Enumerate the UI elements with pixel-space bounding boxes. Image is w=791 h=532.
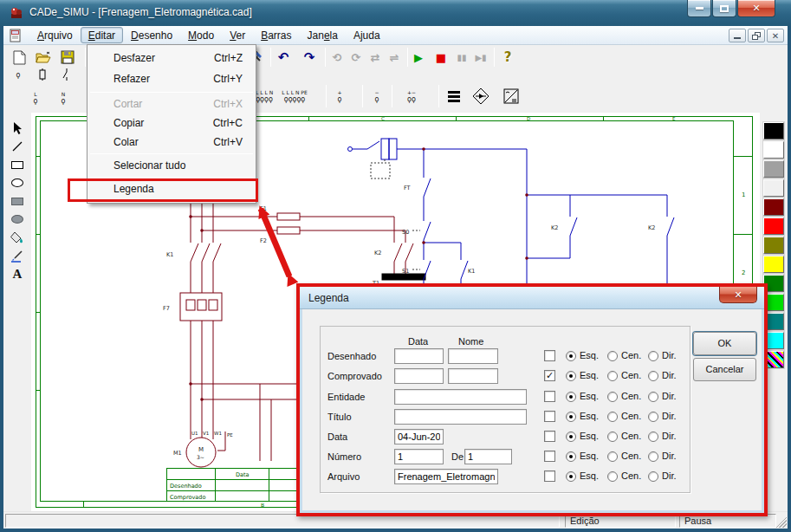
menu-item-legenda[interactable]: Legenda [88, 179, 255, 199]
close-button[interactable]: ✕ [737, 0, 775, 17]
menu-item-colar[interactable]: ColarCtrl+V [88, 133, 255, 152]
comprovado-nome-input[interactable] [448, 368, 498, 384]
menu-ajuda[interactable]: Ajuda [346, 27, 388, 43]
data-input[interactable] [394, 429, 444, 444]
color-swatch[interactable] [763, 141, 784, 159]
menu-item-copiar[interactable]: CopiarCtrl+C [88, 114, 255, 133]
titulo-align-esq-radio[interactable] [566, 412, 576, 422]
supply-l-button[interactable]: Lϙ [24, 87, 47, 109]
menu-barras[interactable]: Barras [253, 27, 299, 43]
desenhado-data-input[interactable] [394, 348, 444, 364]
color-swatch[interactable] [763, 122, 784, 139]
simulate-pause-button[interactable]: ▮▮ [451, 47, 472, 68]
rectangle-tool-button[interactable] [5, 156, 29, 173]
terminal-symbol-button[interactable]: ϙ [7, 66, 29, 83]
minimize-button[interactable] [687, 0, 711, 17]
arquivo-align-esq-radio[interactable] [566, 471, 576, 482]
cancel-button[interactable]: Cancelar [693, 358, 756, 381]
color-swatch[interactable] [763, 160, 784, 178]
entidade-align-esq-radio[interactable] [566, 392, 576, 402]
numero-align-esq-radio[interactable] [566, 451, 576, 462]
converter-button[interactable] [500, 83, 522, 109]
dialog-close-button[interactable]: ✕ [719, 287, 757, 303]
menu-arquivo[interactable]: Arquivo [29, 27, 81, 43]
entidade-align-cen-radio[interactable] [607, 392, 618, 402]
arquivo-input[interactable] [394, 469, 498, 484]
redo-button[interactable]: ↷ [299, 47, 320, 68]
supply-dc-plus-button[interactable]: +ϙ [329, 83, 350, 109]
data-align-cen-radio[interactable] [607, 431, 618, 442]
color-swatch[interactable] [763, 256, 784, 273]
ellipse-tool-button[interactable] [5, 174, 29, 191]
color-swatch[interactable] [763, 198, 784, 216]
mdi-restore-button[interactable] [748, 29, 765, 42]
entidade-align-dir-radio[interactable] [648, 392, 658, 402]
desenhado-align-cen-radio[interactable] [607, 351, 618, 361]
simulate-play-button[interactable]: ▶ [408, 47, 429, 68]
color-swatch[interactable] [763, 237, 784, 254]
supply-dc-pair-button[interactable]: +−ϙϙ [399, 83, 425, 109]
mdi-close-button[interactable]: ✕ [767, 29, 784, 42]
comprovado-align-cen-radio[interactable] [607, 371, 618, 381]
comprovado-show-checkbox[interactable]: ✓ [544, 370, 555, 381]
menu-desenho[interactable]: Desenho [123, 27, 180, 43]
data-align-esq-radio[interactable] [566, 431, 576, 442]
menu-modo[interactable]: Modo [180, 27, 222, 43]
data-align-dir-radio[interactable] [648, 431, 658, 442]
arquivo-align-cen-radio[interactable] [607, 471, 618, 482]
fill-tool-button[interactable] [5, 229, 29, 246]
simulate-stop-button[interactable]: ■ [431, 47, 451, 68]
titulo-align-cen-radio[interactable] [607, 412, 618, 422]
resize-grip[interactable] [775, 516, 787, 528]
rotate-right-button[interactable]: ⟳ [346, 47, 366, 68]
flip-horizontal-button[interactable]: ⇄ [365, 47, 386, 68]
titulo-show-checkbox[interactable] [544, 411, 555, 422]
desenhado-align-dir-radio[interactable] [648, 351, 658, 361]
select-tool-button[interactable] [5, 120, 29, 137]
color-swatch[interactable] [763, 217, 784, 235]
supply-dc-minus-button[interactable]: −ϙ [366, 83, 387, 109]
menu-item-selecionar-tudo[interactable]: Selecionar tudo [88, 156, 255, 176]
maximize-button[interactable] [712, 0, 736, 17]
title-bar[interactable]: CADe_SIMU - [Frenagem_Eletromagnética.ca… [0, 0, 791, 26]
arquivo-align-dir-radio[interactable] [648, 471, 658, 482]
numero-align-dir-radio[interactable] [648, 451, 658, 462]
menu-janela[interactable]: Janela [300, 27, 346, 43]
menu-item-desfazer[interactable]: DesfazerCtrl+Z [88, 49, 255, 68]
simulate-step-button[interactable]: ▶▮ [470, 47, 491, 68]
comprovado-align-esq-radio[interactable] [566, 371, 576, 381]
comprovado-data-input[interactable] [394, 368, 444, 384]
eyedropper-tool-button[interactable] [5, 247, 29, 264]
numero-input[interactable] [394, 449, 444, 464]
open-file-button[interactable] [33, 47, 54, 68]
menu-item-refazer[interactable]: RefazerCtrl+Y [88, 69, 255, 89]
numero-show-checkbox[interactable] [544, 451, 555, 462]
desenhado-show-checkbox[interactable] [544, 350, 555, 361]
comprovado-align-dir-radio[interactable] [648, 371, 658, 381]
flip-vertical-button[interactable]: ⇌ [384, 47, 405, 68]
dialog-title-bar[interactable]: Legenda ✕ [300, 287, 764, 309]
color-swatch[interactable] [763, 179, 784, 197]
mdi-minimize-button[interactable] [729, 29, 746, 42]
menu-ver[interactable]: Ver [222, 27, 253, 43]
supply-n-button[interactable]: Nϙ [52, 87, 75, 109]
help-button[interactable]: ? [497, 47, 518, 68]
line-tool-button[interactable] [5, 138, 29, 155]
menu-editar[interactable]: Editar [81, 27, 123, 43]
desenhado-align-esq-radio[interactable] [566, 351, 576, 361]
entidade-input[interactable] [394, 389, 527, 405]
rotate-left-button[interactable]: ⟲ [327, 47, 347, 68]
save-button[interactable] [57, 47, 78, 68]
titulo-align-dir-radio[interactable] [648, 412, 658, 422]
numero-align-cen-radio[interactable] [607, 451, 618, 462]
battery-button[interactable] [443, 83, 465, 109]
desenhado-nome-input[interactable] [448, 348, 498, 364]
text-tool-button[interactable]: A [5, 265, 29, 282]
data-show-checkbox[interactable] [544, 431, 555, 442]
filled-rectangle-tool-button[interactable] [5, 192, 29, 210]
arquivo-show-checkbox[interactable] [544, 470, 555, 482]
coil-symbol-button[interactable] [31, 66, 54, 83]
diode-bridge-button[interactable] [470, 83, 492, 109]
filled-ellipse-tool-button[interactable] [5, 211, 29, 228]
entidade-show-checkbox[interactable] [544, 391, 555, 402]
